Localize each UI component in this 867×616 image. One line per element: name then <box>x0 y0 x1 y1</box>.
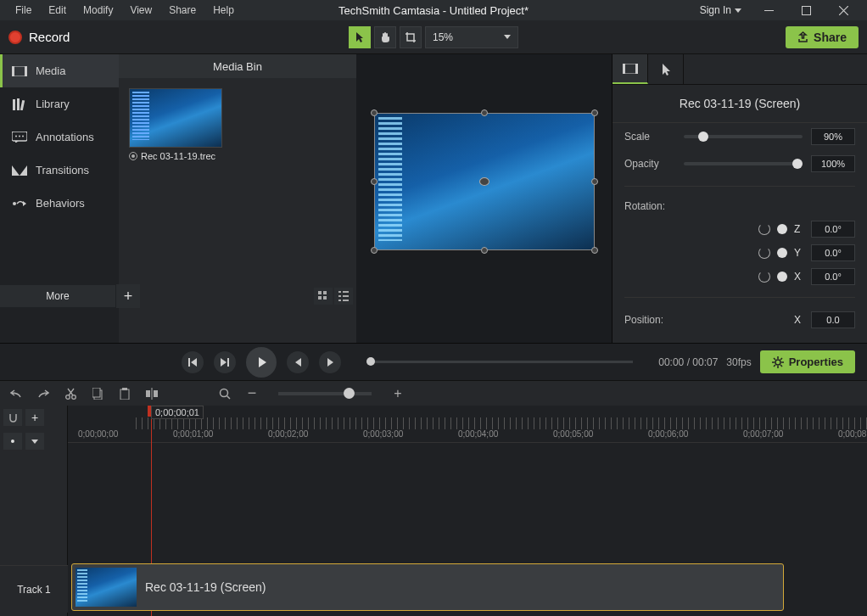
menu-view[interactable]: View <box>121 3 160 18</box>
menu-modify[interactable]: Modify <box>75 3 121 18</box>
menu-edit[interactable]: Edit <box>40 3 75 18</box>
playback-scrubber[interactable] <box>366 361 633 363</box>
svg-point-28 <box>65 395 70 399</box>
track-expand-button[interactable] <box>25 433 44 450</box>
step-forward-button[interactable] <box>319 351 341 373</box>
rotation-x-knob[interactable] <box>777 272 787 282</box>
track-label[interactable]: Track 1 <box>0 565 68 613</box>
svg-point-37 <box>221 389 228 396</box>
rotation-x-row: X 0.0° <box>612 265 867 288</box>
minimize-button[interactable] <box>752 0 786 20</box>
next-frame-button[interactable] <box>214 351 236 373</box>
sidebar-item-behaviors[interactable]: Behaviors <box>0 187 119 220</box>
menu-file[interactable]: File <box>7 3 40 18</box>
svg-rect-18 <box>323 291 327 294</box>
rotation-z-knob[interactable] <box>777 224 787 234</box>
play-button[interactable] <box>246 347 277 378</box>
rotation-y-value[interactable]: 0.0° <box>811 244 855 261</box>
share-button[interactable]: Share <box>786 26 859 48</box>
split-button[interactable] <box>144 386 159 401</box>
menu-help[interactable]: Help <box>204 3 243 18</box>
copy-button[interactable] <box>90 386 105 401</box>
scale-value[interactable]: 90% <box>811 128 855 145</box>
media-thumbnail[interactable]: Rec 03-11-19.trec <box>129 88 222 165</box>
step-back-button[interactable] <box>287 351 309 373</box>
sign-in-button[interactable]: Sign In <box>693 3 748 18</box>
svg-rect-34 <box>146 390 150 397</box>
view-grid-button[interactable] <box>314 288 333 305</box>
zoom-fit-button[interactable] <box>217 386 232 401</box>
menu-share[interactable]: Share <box>160 3 204 18</box>
resize-handle-r[interactable] <box>591 178 598 185</box>
sidebar-item-transitions[interactable]: Transitions <box>0 154 119 187</box>
track-marker-button[interactable]: • <box>3 433 22 450</box>
resize-handle-tr[interactable] <box>591 109 598 116</box>
properties-button[interactable]: Properties <box>760 350 855 373</box>
svg-point-13 <box>13 202 16 205</box>
resize-handle-l[interactable] <box>371 178 378 185</box>
properties-tab-visual[interactable] <box>612 54 648 84</box>
timeline-ruler[interactable]: 0;00;00;01 0;00;00;00 0;00;01;00 0;00;02… <box>68 406 867 443</box>
record-button[interactable]: Record <box>8 30 70 44</box>
svg-point-9 <box>15 136 17 137</box>
zoom-out-button[interactable]: − <box>244 386 260 401</box>
media-bin-header: Media Bin <box>119 54 356 78</box>
resize-handle-t[interactable] <box>481 109 488 116</box>
canvas-zoom-select[interactable]: 15% <box>425 26 518 48</box>
sidebar-more-button[interactable]: More <box>0 285 115 307</box>
position-x-value[interactable]: 0.0 <box>811 311 855 328</box>
timeline-zoom-slider[interactable] <box>278 392 372 395</box>
svg-point-10 <box>19 136 20 137</box>
cut-button[interactable] <box>63 386 78 401</box>
svg-rect-22 <box>343 291 349 293</box>
undo-button[interactable] <box>8 386 24 401</box>
pan-tool[interactable] <box>374 26 396 48</box>
window-title: TechSmith Camtasia - Untitled Project* <box>338 4 529 17</box>
svg-rect-35 <box>154 390 158 397</box>
sidebar-add-button[interactable]: + <box>116 284 140 308</box>
opacity-label: Opacity <box>624 158 675 170</box>
paste-button[interactable] <box>117 386 132 401</box>
upload-icon <box>797 31 808 42</box>
close-button[interactable] <box>826 0 860 20</box>
resize-handle-bl[interactable] <box>371 247 378 254</box>
redo-button[interactable] <box>36 386 51 401</box>
opacity-slider[interactable] <box>684 162 803 165</box>
sidebar-item-annotations[interactable]: Annotations <box>0 120 119 154</box>
crop-tool[interactable] <box>400 26 422 48</box>
svg-rect-5 <box>13 99 15 110</box>
maximize-button[interactable] <box>789 0 823 20</box>
resize-handle-br[interactable] <box>591 247 598 254</box>
scale-slider[interactable] <box>684 135 803 138</box>
view-list-button[interactable] <box>334 288 353 305</box>
zoom-in-button[interactable]: + <box>390 386 406 401</box>
track-magnet-button[interactable] <box>3 409 22 426</box>
properties-title: Rec 03-11-19 (Screen) <box>612 85 867 123</box>
sidebar-item-media[interactable]: Media <box>0 54 119 87</box>
clip-thumbnail <box>76 568 137 607</box>
canvas-media[interactable] <box>374 113 595 250</box>
svg-rect-31 <box>92 388 100 397</box>
resize-handle-b[interactable] <box>481 247 488 254</box>
select-tool[interactable] <box>349 26 371 48</box>
add-track-button[interactable]: + <box>25 409 44 426</box>
canvas[interactable] <box>356 54 612 343</box>
prev-frame-button[interactable] <box>182 351 204 373</box>
playback-fps: 30fps <box>726 356 751 368</box>
svg-rect-33 <box>122 388 127 390</box>
library-icon <box>12 98 27 110</box>
scale-label: Scale <box>624 131 675 143</box>
timeline: + • 0;00;00;01 0;00;00;00 0;00;01;00 0;0… <box>0 406 867 616</box>
sidebar-item-library[interactable]: Library <box>0 87 119 120</box>
timeline-clip[interactable]: Rec 03-11-19 (Screen) <box>71 563 784 611</box>
properties-tab-cursor[interactable] <box>648 54 684 84</box>
rotation-y-row: Y 0.0° <box>612 241 867 265</box>
gear-icon <box>772 356 784 368</box>
rotate-handle[interactable] <box>479 177 489 186</box>
rotation-y-knob[interactable] <box>777 248 787 258</box>
rotation-z-value[interactable]: 0.0° <box>811 221 855 238</box>
rotation-x-value[interactable]: 0.0° <box>811 268 855 285</box>
opacity-value[interactable]: 100% <box>811 155 855 172</box>
svg-rect-7 <box>20 99 25 109</box>
resize-handle-tl[interactable] <box>371 109 378 116</box>
